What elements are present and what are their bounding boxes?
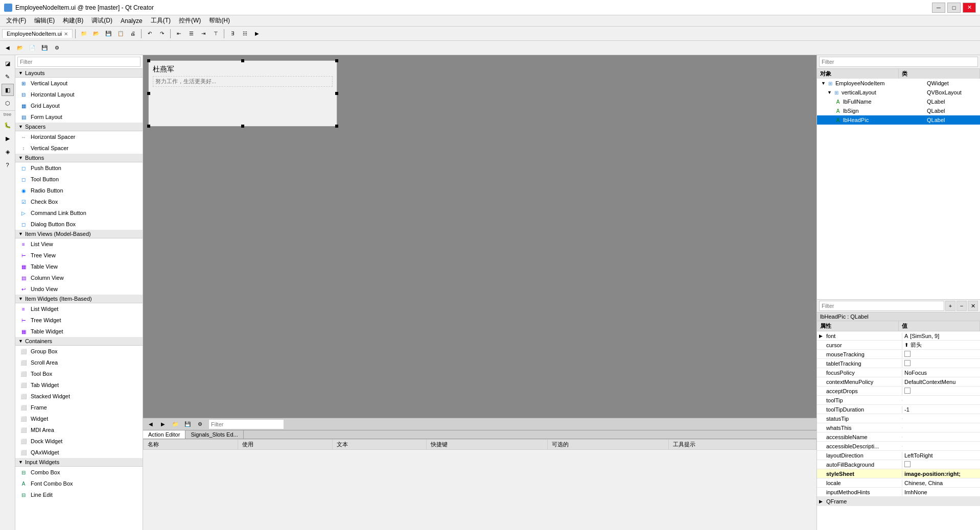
menu-debug[interactable]: 调试(D) <box>87 15 116 26</box>
toolbox-section-header-item-widgets[interactable]: ▼ Item Widgets (Item-Based) <box>15 295 143 303</box>
toolbox-item-group-box[interactable]: ⬜ Group Box <box>15 346 143 357</box>
toolbox-item-grid-layout[interactable]: ▦ Grid Layout <box>15 100 143 111</box>
toolbox-item-undo-view[interactable]: ↩ Undo View <box>15 283 143 295</box>
prop-autofill-value[interactable] <box>902 461 980 469</box>
prop-input-method-hints[interactable]: inputMethodHints ImhNone <box>817 488 980 497</box>
tree-item-employee-node[interactable]: ▼ ⊞ EmployeeNodeItem QWidget <box>817 79 980 88</box>
autofill-checkbox[interactable] <box>904 461 911 467</box>
prop-tablet-tracking[interactable]: tabletTracking <box>817 359 980 368</box>
props-close-btn[interactable]: ✕ <box>968 301 978 311</box>
toolbox-item-widget[interactable]: ⬜ Widget <box>15 413 143 424</box>
prop-context-menu-policy[interactable]: contextMenuPolicy DefaultContextMenu <box>817 377 980 387</box>
prop-qframe-expand[interactable]: ▶ <box>817 499 824 504</box>
toolbox-item-list-widget[interactable]: ≡ List Widget <box>15 303 143 315</box>
toolbox-item-vert-spacer[interactable]: ↕ Vertical Spacer <box>15 142 143 154</box>
tb-design-save[interactable]: 💾 <box>39 42 50 54</box>
tree-item-vertical-layout[interactable]: ▼ ⊞ verticalLayout QVBoxLayout <box>817 88 980 97</box>
menu-tools[interactable]: 工具(T) <box>147 15 175 26</box>
action-save[interactable]: 💾 <box>182 419 193 430</box>
menu-build[interactable]: 构建(B) <box>59 15 87 26</box>
toolbox-section-header-input[interactable]: ▼ Input Widgets <box>15 458 143 467</box>
menu-controls[interactable]: 控件(W) <box>175 15 205 26</box>
tb-redo[interactable]: ↷ <box>156 28 168 39</box>
toolbox-item-vertical-layout[interactable]: ⊞ Vertical Layout <box>15 78 143 89</box>
tablet-tracking-checkbox[interactable] <box>904 360 911 366</box>
form-widget[interactable]: 杜燕军 努力工作，生活更美好... <box>148 60 337 127</box>
prop-mouse-value[interactable] <box>902 350 980 358</box>
action-forward[interactable]: ▶ <box>157 419 169 430</box>
action-settings[interactable]: ⚙ <box>194 419 205 430</box>
menu-edit[interactable]: 编辑(E) <box>30 15 59 26</box>
toolbox-item-check-box[interactable]: ☑ Check Box <box>15 196 143 207</box>
prop-locale[interactable]: locale Chinese, China <box>817 478 980 488</box>
mouse-tracking-checkbox[interactable] <box>904 351 911 357</box>
sidebar-analyze[interactable]: ◈ <box>2 146 14 158</box>
file-tab-close[interactable]: ✕ <box>64 31 68 37</box>
handle-bl[interactable] <box>147 125 150 128</box>
prop-layout-direction[interactable]: layoutDirection LeftToRight <box>817 451 980 460</box>
prop-accessible-name[interactable]: accessibleName <box>817 432 980 442</box>
tb-save-all[interactable]: 📋 <box>115 28 126 39</box>
tb-save[interactable]: 💾 <box>103 28 114 39</box>
object-filter-input[interactable] <box>819 57 978 67</box>
toolbox-item-command-link[interactable]: ▷ Command Link Button <box>15 207 143 219</box>
prop-focus-policy[interactable]: focusPolicy NoFocus <box>817 368 980 377</box>
tree-item-lbfullname[interactable]: A lbFullName QLabel <box>817 97 980 106</box>
prop-font[interactable]: ▶ font A [SimSun, 9] <box>817 331 980 341</box>
handle-br[interactable] <box>335 125 338 128</box>
toolbox-section-header-containers[interactable]: ▼ Containers <box>15 337 143 346</box>
sidebar-edit[interactable]: ✎ <box>2 70 14 83</box>
toolbox-item-list-view[interactable]: ≡ List View <box>15 238 143 250</box>
prop-whats-this[interactable]: whatsThis <box>817 423 980 432</box>
handle-tm[interactable] <box>241 59 244 62</box>
toolbox-section-header-buttons[interactable]: ▼ Buttons <box>15 154 143 162</box>
tb-align-center[interactable]: ☰ <box>185 28 197 39</box>
tab-action-editor[interactable]: Action Editor <box>143 430 185 439</box>
toolbox-item-font-combo-box[interactable]: A Font Combo Box <box>15 478 143 489</box>
action-back[interactable]: ◀ <box>145 419 156 430</box>
tree-item-lbsign[interactable]: A lbSign QLabel <box>817 106 980 115</box>
sidebar-debug2[interactable]: 🐛 <box>2 119 14 131</box>
accept-drops-checkbox[interactable] <box>904 388 911 394</box>
prop-tooltip-duration[interactable]: toolTipDuration -1 <box>817 405 980 414</box>
handle-tr[interactable] <box>335 59 338 62</box>
toolbox-item-dialog-button-box[interactable]: ◻ Dialog Button Box <box>15 219 143 230</box>
toolbox-item-qaxwidget[interactable]: ⬜ QAxWidget <box>15 447 143 458</box>
toolbox-item-form-layout[interactable]: ▤ Form Layout <box>15 111 143 123</box>
props-filter-input[interactable] <box>819 301 944 311</box>
toolbox-item-table-view[interactable]: ▦ Table View <box>15 261 143 272</box>
tb-design-file[interactable]: 📄 <box>27 42 38 54</box>
tb-undo[interactable]: ↶ <box>144 28 155 39</box>
toolbox-item-tool-button[interactable]: ◻ Tool Button <box>15 174 143 185</box>
prop-auto-fill-bg[interactable]: autoFillBackground <box>817 460 980 469</box>
toolbox-item-tree-view[interactable]: ⊢ Tree View <box>15 250 143 261</box>
sidebar-design[interactable]: ◧ <box>2 84 14 96</box>
tb-new[interactable]: 📁 <box>78 28 89 39</box>
toolbox-item-horizontal-layout[interactable]: ⊟ Horizontal Layout <box>15 89 143 100</box>
sidebar-help[interactable]: ? <box>2 159 14 171</box>
menu-analyze[interactable]: Analyze <box>116 16 147 26</box>
toolbox-item-dock-widget[interactable]: ⬜ Dock Widget <box>15 436 143 447</box>
prop-mouse-tracking[interactable]: mouseTracking <box>817 350 980 359</box>
sidebar-debug[interactable]: ⬡ <box>2 97 14 109</box>
toolbox-item-scroll-area[interactable]: ⬜ Scroll Area <box>15 357 143 368</box>
toolbox-item-tab-widget[interactable]: ⬜ Tab Widget <box>15 379 143 391</box>
prop-status-tip[interactable]: statusTip <box>817 414 980 423</box>
toolbox-item-stacked-widget[interactable]: ⬜ Stacked Widget <box>15 391 143 402</box>
maximize-button[interactable]: □ <box>947 3 961 13</box>
prop-accessible-desc[interactable]: accessibleDescripti... <box>817 442 980 451</box>
handle-ml[interactable] <box>147 92 150 95</box>
tb-align-right[interactable]: ⇥ <box>198 28 209 39</box>
toolbox-item-tool-box[interactable]: ⬜ Tool Box <box>15 368 143 379</box>
prop-tooltip[interactable]: toolTip <box>817 396 980 405</box>
tb-design-back[interactable]: ◀ <box>2 42 13 54</box>
toolbox-item-horiz-spacer[interactable]: ↔ Horizontal Spacer <box>15 131 143 142</box>
toolbox-item-table-widget[interactable]: ▦ Table Widget <box>15 326 143 337</box>
prop-font-expand[interactable]: ▶ <box>817 333 824 339</box>
toolbox-item-mdi-area[interactable]: ⬜ MDI Area <box>15 424 143 436</box>
toolbox-filter-input[interactable] <box>17 57 141 67</box>
prop-stylesheet[interactable]: styleSheet image-position:right; <box>817 469 980 478</box>
prop-tablet-value[interactable] <box>902 359 980 368</box>
tb-align-left[interactable]: ⇤ <box>173 28 184 39</box>
toolbox-item-line-edit[interactable]: ⊟ Line Edit <box>15 489 143 500</box>
